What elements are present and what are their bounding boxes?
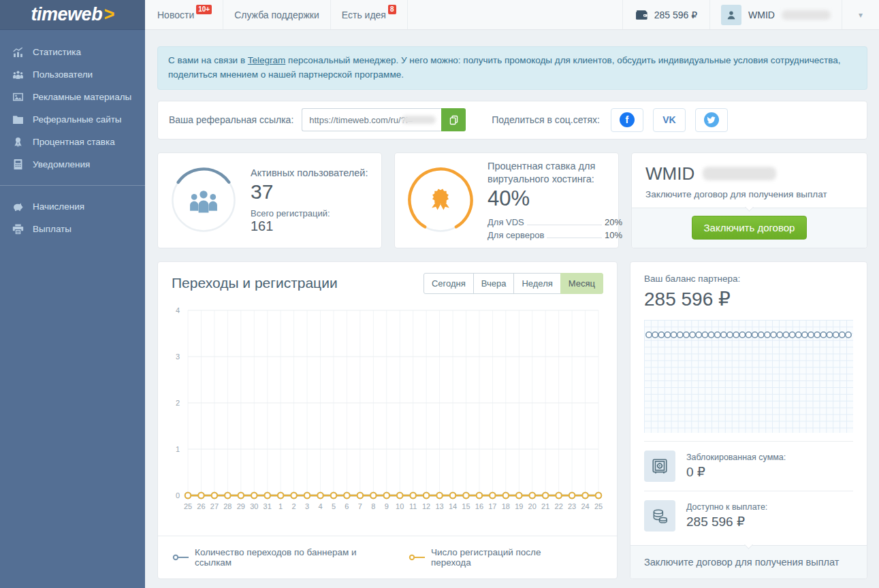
legend-item-0: Количество переходов по баннерам и ссылк… bbox=[172, 547, 363, 568]
topbar-balance[interactable]: 285 596 ₽ bbox=[622, 0, 709, 29]
tab-yesterday[interactable]: Вчера bbox=[473, 273, 515, 294]
svg-text:19: 19 bbox=[515, 502, 523, 510]
svg-text:12: 12 bbox=[422, 502, 430, 510]
content: С вами на связи в Telegram персональный … bbox=[145, 30, 879, 588]
chart-legend: Количество переходов по баннерам и ссылк… bbox=[158, 536, 617, 578]
facebook-icon: f bbox=[620, 112, 635, 127]
blocked-sum-texts: Заблокированная сумма: 0 ₽ bbox=[686, 453, 786, 480]
piggy-icon bbox=[12, 201, 24, 212]
user-menu-toggle[interactable]: ▾ bbox=[842, 0, 879, 29]
svg-text:2: 2 bbox=[176, 399, 180, 407]
panel-footer: Заключите договор для получения выплат bbox=[630, 545, 867, 578]
referral-card: Ваша реферальная ссылка: Поделиться в со… bbox=[157, 101, 867, 140]
stats-icon bbox=[12, 46, 24, 58]
image-icon bbox=[12, 91, 24, 103]
svg-text:18: 18 bbox=[502, 502, 510, 510]
sidebar-item-notifications[interactable]: Уведомления bbox=[0, 153, 145, 176]
bottom-row: Переходы и регистрации СегодняВчераНедел… bbox=[157, 261, 867, 579]
legend-marker-icon bbox=[172, 553, 189, 561]
sidebar-item-users[interactable]: Пользователи bbox=[0, 63, 145, 86]
safe-icon bbox=[644, 451, 675, 482]
svg-text:6: 6 bbox=[345, 502, 349, 510]
share-facebook-button[interactable]: f bbox=[611, 108, 643, 132]
rate-card: Процентная ставка для виртуального хости… bbox=[394, 152, 619, 248]
share-label: Поделиться в соц.сетях: bbox=[492, 114, 600, 125]
svg-text:4: 4 bbox=[318, 502, 322, 510]
nav-news[interactable]: Новости 10+ bbox=[145, 0, 223, 29]
tab-today[interactable]: Сегодня bbox=[423, 273, 474, 294]
tab-month[interactable]: Месяц bbox=[560, 273, 603, 294]
svg-text:16: 16 bbox=[475, 502, 483, 510]
printer-icon bbox=[12, 223, 24, 235]
tab-week[interactable]: Неделя bbox=[513, 273, 560, 294]
referral-link-redacted bbox=[402, 116, 436, 124]
svg-text:0: 0 bbox=[176, 491, 180, 500]
nav-idea[interactable]: Есть идея 8 bbox=[331, 0, 408, 29]
award-icon bbox=[12, 136, 24, 148]
svg-text:29: 29 bbox=[237, 502, 245, 510]
chart-card: Переходы и регистрации СегодняВчераНедел… bbox=[157, 261, 618, 579]
chart-title: Переходы и регистрации bbox=[172, 275, 338, 291]
folder-icon bbox=[12, 114, 24, 125]
panel-footer-text: Заключите договор для получения выплат bbox=[644, 557, 839, 568]
nav-support[interactable]: Служба поддержки bbox=[223, 0, 331, 29]
wmid-title: WMID bbox=[645, 163, 853, 184]
topbar-balance-value: 285 596 ₽ bbox=[654, 10, 697, 20]
device-icon bbox=[12, 159, 24, 170]
news-badge: 10+ bbox=[196, 5, 212, 14]
telegram-banner: С вами на связи в Telegram персональный … bbox=[157, 46, 867, 90]
rate-value: 40% bbox=[488, 186, 622, 211]
logo-arrow-icon: > bbox=[103, 4, 114, 25]
chart-body: 0123425262728293031123456789101112131415… bbox=[158, 297, 617, 519]
topbar: Новости 10+ Служба поддержки Есть идея 8… bbox=[145, 0, 879, 30]
coins-icon bbox=[644, 500, 675, 532]
svg-text:8: 8 bbox=[371, 502, 375, 510]
logo-text: timeweb bbox=[31, 4, 103, 25]
timeweb-logo[interactable]: timeweb> bbox=[0, 0, 145, 30]
chart-header: Переходы и регистрации СегодняВчераНедел… bbox=[158, 262, 617, 297]
svg-text:13: 13 bbox=[435, 502, 443, 510]
active-users-value: 37 bbox=[251, 180, 368, 204]
sidebar-divider bbox=[0, 185, 145, 186]
svg-text:5: 5 bbox=[332, 502, 336, 510]
wmid-redacted bbox=[703, 167, 776, 180]
blocked-sum-label: Заблокированная сумма: bbox=[686, 453, 786, 462]
social-buttons: fVK bbox=[611, 108, 737, 132]
svg-text:25: 25 bbox=[594, 502, 603, 510]
svg-text:17: 17 bbox=[488, 502, 496, 510]
topbar-user[interactable]: WMID bbox=[709, 0, 842, 29]
svg-text:20: 20 bbox=[528, 502, 537, 510]
svg-text:31: 31 bbox=[263, 502, 272, 510]
available-payout-value: 285 596 ₽ bbox=[686, 514, 767, 529]
telegram-link[interactable]: Telegram bbox=[248, 55, 286, 65]
topbar-right: 285 596 ₽ WMID ▾ bbox=[622, 0, 879, 29]
svg-text:9: 9 bbox=[385, 502, 389, 510]
sign-contract-button[interactable]: Заключить договор bbox=[692, 216, 808, 240]
contract-subtitle: Заключите договор для получения выплат bbox=[645, 189, 853, 199]
svg-text:25: 25 bbox=[184, 502, 192, 510]
svg-text:7: 7 bbox=[358, 502, 362, 510]
share-vk-button[interactable]: VK bbox=[653, 108, 686, 132]
legend-marker-icon bbox=[408, 553, 425, 561]
sidebar: timeweb> СтатистикаПользователиРекламные… bbox=[0, 0, 145, 588]
share-twitter-button[interactable] bbox=[695, 108, 728, 132]
sidebar-item-accruals[interactable]: Начисления bbox=[0, 195, 145, 218]
active-users-label: Активных пользователей: bbox=[251, 167, 368, 180]
sidebar-item-ad-materials[interactable]: Рекламные материалы bbox=[0, 86, 145, 108]
sidebar-item-payouts[interactable]: Выплаты bbox=[0, 218, 145, 240]
sidebar-item-statistics[interactable]: Статистика bbox=[0, 41, 145, 63]
active-users-card: Активных пользователей: 37 Всего регистр… bbox=[157, 152, 382, 248]
svg-text:15: 15 bbox=[462, 502, 470, 510]
svg-text:21: 21 bbox=[541, 502, 549, 510]
contract-bottom: Заключить договор bbox=[632, 208, 867, 248]
copy-link-button[interactable] bbox=[441, 108, 466, 131]
topbar-user-id: WMID bbox=[748, 10, 775, 20]
svg-text:3: 3 bbox=[176, 353, 180, 361]
balance-value: 285 596 ₽ bbox=[644, 288, 853, 310]
rate-rows: Для VDS20%Для серверов10% bbox=[488, 217, 622, 240]
sidebar-item-referral-sites[interactable]: Реферальные сайты bbox=[0, 108, 145, 131]
sidebar-item-percent-rate[interactable]: Процентная ставка bbox=[0, 131, 145, 153]
users-icon bbox=[12, 69, 24, 80]
rate-row: Для серверов10% bbox=[488, 230, 622, 240]
caret-down-icon: ▾ bbox=[859, 10, 863, 20]
